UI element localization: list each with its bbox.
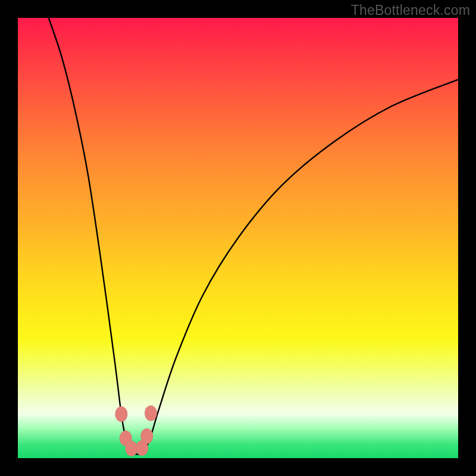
chart-frame: TheBottleneck.com — [0, 0, 476, 476]
trough-marker — [140, 428, 153, 444]
chart-svg — [18, 18, 458, 458]
watermark-text: TheBottleneck.com — [351, 2, 470, 18]
trough-markers — [115, 406, 157, 456]
trough-marker — [145, 406, 157, 421]
trough-marker — [115, 406, 128, 422]
chart-plot-area — [18, 18, 458, 458]
bottleneck-curve — [49, 18, 458, 455]
